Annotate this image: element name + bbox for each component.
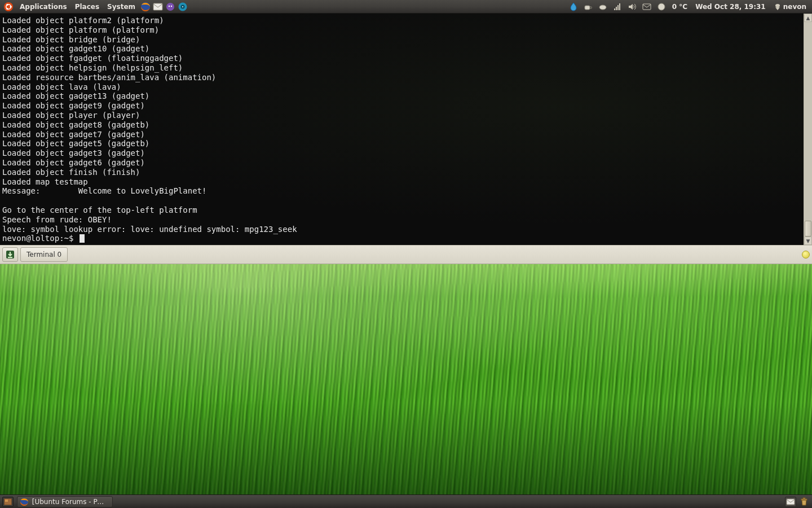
user-menu[interactable]: nevon (771, 3, 809, 11)
terminal-activity-indicator-icon (802, 251, 810, 259)
desktop-wallpaper[interactable] (0, 264, 812, 494)
terminal-prompt-line: nevon@loltop:~$ (2, 234, 800, 243)
svg-rect-17 (617, 5, 619, 10)
menu-places[interactable]: Places (71, 0, 103, 14)
network-signal-icon[interactable] (611, 1, 624, 13)
svg-point-21 (775, 4, 780, 7)
temperature-label: 0 °C (670, 3, 690, 11)
svg-rect-13 (585, 6, 590, 10)
svg-rect-28 (787, 499, 795, 505)
terminal-tabbar: Terminal 0 (0, 245, 812, 264)
terminal-cursor (80, 234, 85, 243)
svg-rect-15 (614, 8, 615, 10)
deluge-tray-icon[interactable] (567, 1, 580, 13)
terminal-tab-0[interactable]: Terminal 0 (20, 247, 68, 262)
bottom-panel: [Ubuntu Forums - Po... (0, 494, 812, 508)
terminal-window: Loaded object platform2 (platform) Loade… (0, 14, 812, 245)
svg-point-2 (10, 6, 12, 7)
download-arrow-icon (5, 249, 15, 260)
svg-point-7 (166, 3, 174, 11)
rhythmbox-launcher-icon[interactable] (176, 1, 189, 13)
svg-rect-16 (616, 7, 617, 10)
svg-point-3 (6, 3, 8, 5)
bottom-tray (785, 497, 810, 507)
caffeine-tray-icon[interactable] (582, 1, 594, 13)
taskbar-firefox-window[interactable]: [Ubuntu Forums - Po... (17, 496, 113, 507)
svg-point-20 (658, 3, 665, 10)
svg-point-4 (6, 7, 8, 9)
svg-rect-6 (153, 3, 162, 10)
svg-point-14 (599, 5, 606, 10)
scrollbar-up-arrow-icon[interactable]: ▲ (804, 14, 812, 22)
top-panel: Applications Places System (0, 0, 812, 14)
pidgin-launcher-icon[interactable] (164, 1, 176, 13)
svg-rect-19 (643, 4, 651, 10)
clock-label[interactable]: Wed Oct 28, 19:31 (692, 3, 769, 11)
terminal-prompt: nevon@loltop:~$ (2, 234, 78, 243)
volume-icon[interactable] (626, 1, 638, 13)
trash-icon[interactable] (798, 497, 810, 507)
scrollbar-down-arrow-icon[interactable]: ▼ (804, 237, 812, 245)
svg-point-12 (182, 6, 183, 7)
terminal-tab-0-label: Terminal 0 (27, 251, 61, 259)
terminal-output: Loaded object platform2 (platform) Loade… (2, 16, 800, 234)
terminal-viewport[interactable]: Loaded object platform2 (platform) Loade… (0, 14, 804, 245)
weather-temp-icon (655, 1, 668, 13)
show-desktop-button[interactable] (2, 497, 14, 507)
svg-rect-30 (803, 498, 805, 499)
ubuntu-logo-icon[interactable] (3, 2, 14, 12)
bottom-mail-icon[interactable] (785, 497, 796, 507)
svg-rect-26 (5, 500, 8, 502)
user-name-label: nevon (783, 3, 806, 11)
menu-system[interactable]: System (103, 0, 139, 14)
show-desktop-icon (4, 498, 12, 505)
svg-point-8 (169, 5, 170, 6)
user-status-icon (774, 3, 782, 11)
messages-tray-icon[interactable] (641, 1, 653, 13)
scrollbar-track[interactable] (804, 22, 812, 237)
terminal-scrollbar[interactable]: ▲ ▼ (804, 14, 812, 245)
mail-launcher-icon[interactable] (152, 1, 164, 13)
svg-rect-18 (619, 3, 620, 10)
taskbar-firefox-label: [Ubuntu Forums - Po... (32, 498, 107, 506)
weather-tray-icon[interactable] (597, 1, 609, 13)
scrollbar-thumb[interactable] (805, 221, 811, 237)
firefox-launcher-icon[interactable] (139, 1, 152, 13)
menu-applications[interactable]: Applications (16, 0, 71, 14)
svg-rect-23 (8, 257, 12, 258)
top-panel-right: 0 °C Wed Oct 28, 19:31 nevon (567, 1, 810, 13)
svg-point-9 (171, 5, 172, 6)
firefox-task-icon (20, 497, 29, 506)
terminal-dropdown-button[interactable] (2, 247, 18, 262)
